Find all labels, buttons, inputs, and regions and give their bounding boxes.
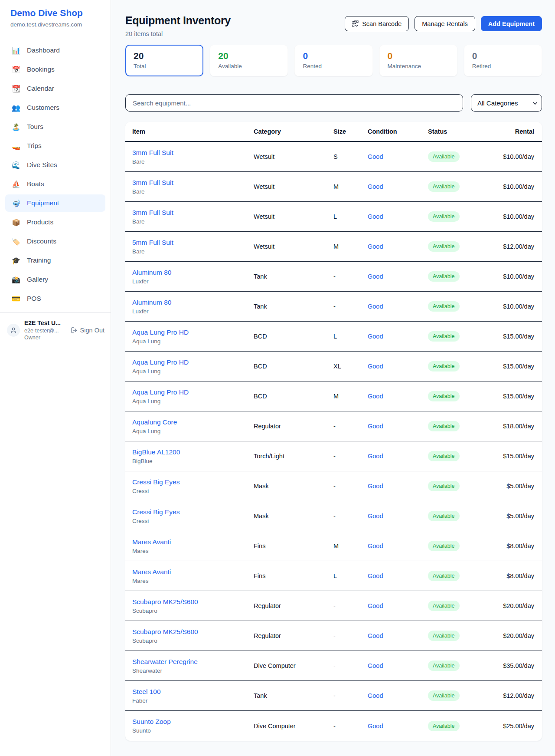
sign-out-button[interactable]: Sign Out — [71, 327, 104, 334]
item-name-link[interactable]: 5mm Full Suit — [132, 239, 254, 247]
condition-link[interactable]: Good — [368, 632, 428, 639]
main-content: Equipment Inventory 20 items total Scan … — [111, 0, 555, 741]
condition-link[interactable]: Good — [368, 602, 428, 609]
stat-card-maintenance[interactable]: 0 Maintenance — [379, 45, 457, 76]
item-name-link[interactable]: 3mm Full Suit — [132, 179, 254, 187]
stat-card-available[interactable]: 20 Available — [210, 45, 288, 76]
add-equipment-button[interactable]: Add Equipment — [481, 16, 542, 31]
item-name-link[interactable]: Mares Avanti — [132, 538, 254, 546]
item-cell: Cressi Big Eyes Cressi — [132, 478, 254, 494]
condition-link[interactable]: Good — [368, 723, 428, 730]
item-name-link[interactable]: Steel 100 — [132, 688, 254, 696]
item-brand: Bare — [132, 248, 254, 255]
category-cell: Fins — [254, 542, 333, 549]
manage-rentals-button[interactable]: Manage Rentals — [415, 16, 475, 31]
products-icon: 📦 — [11, 218, 21, 227]
status-badge: Available — [428, 541, 460, 551]
item-name-link[interactable]: Shearwater Peregrine — [132, 658, 254, 666]
category-cell: BCD — [254, 363, 333, 370]
sidebar-item-dive-sites[interactable]: 🌊 Dive Sites — [5, 156, 105, 174]
size-cell: M — [333, 393, 368, 400]
status-badge: Available — [428, 601, 460, 611]
size-cell: - — [333, 483, 368, 490]
condition-link[interactable]: Good — [368, 183, 428, 190]
gallery-icon: 📸 — [11, 276, 21, 284]
item-name-link[interactable]: Aluminum 80 — [132, 299, 254, 306]
sidebar-item-products[interactable]: 📦 Products — [5, 214, 105, 231]
scan-barcode-button[interactable]: Scan Barcode — [345, 16, 409, 31]
sidebar-item-equipment[interactable]: 🤿 Equipment — [5, 194, 105, 212]
item-name-link[interactable]: Aqualung Core — [132, 418, 254, 426]
item-name-link[interactable]: Aqua Lung Pro HD — [132, 358, 254, 366]
condition-link[interactable]: Good — [368, 483, 428, 490]
stat-card-total[interactable]: 20 Total — [125, 45, 203, 76]
sign-out-label: Sign Out — [80, 327, 104, 334]
dive-sites-icon: 🌊 — [11, 161, 21, 169]
discounts-icon: 🏷️ — [11, 237, 21, 246]
scan-barcode-label: Scan Barcode — [362, 20, 402, 27]
rental-cell: $8.00/day — [480, 542, 534, 549]
item-cell: Suunto Zoop Suunto — [132, 718, 254, 734]
item-name-link[interactable]: 3mm Full Suit — [132, 209, 254, 217]
condition-link[interactable]: Good — [368, 423, 428, 430]
condition-link[interactable]: Good — [368, 153, 428, 160]
condition-link[interactable]: Good — [368, 453, 428, 460]
condition-link[interactable]: Good — [368, 542, 428, 549]
item-cell: Aluminum 80 Luxfer — [132, 269, 254, 285]
brand-name[interactable]: Demo Dive Shop — [10, 8, 100, 18]
rental-cell: $25.00/day — [480, 723, 534, 730]
item-brand: Suunto — [132, 727, 254, 734]
item-name-link[interactable]: Suunto Zoop — [132, 718, 254, 726]
sidebar-item-calendar[interactable]: 📆 Calendar — [5, 80, 105, 97]
stat-card-rented[interactable]: 0 Rented — [294, 45, 372, 76]
sidebar-item-pos[interactable]: 💳 POS — [5, 290, 105, 307]
stat-card-retired[interactable]: 0 Retired — [464, 45, 542, 76]
sidebar-item-customers[interactable]: 👥 Customers — [5, 99, 105, 116]
status-cell: Available — [428, 241, 480, 252]
condition-link[interactable]: Good — [368, 662, 428, 669]
item-name-link[interactable]: Cressi Big Eyes — [132, 478, 254, 486]
item-name-link[interactable]: Mares Avanti — [132, 568, 254, 576]
condition-link[interactable]: Good — [368, 333, 428, 340]
item-name-link[interactable]: 3mm Full Suit — [132, 149, 254, 157]
item-name-link[interactable]: Cressi Big Eyes — [132, 508, 254, 516]
condition-link[interactable]: Good — [368, 513, 428, 519]
sidebar-item-boats[interactable]: ⛵ Boats — [5, 175, 105, 193]
condition-link[interactable]: Good — [368, 572, 428, 579]
user-name: E2E Test U... — [24, 319, 66, 326]
sidebar-item-trips[interactable]: 🚤 Trips — [5, 137, 105, 154]
table-row: Shearwater Peregrine Shearwater Dive Com… — [125, 651, 542, 681]
item-name-link[interactable]: Scubapro MK25/S600 — [132, 598, 254, 606]
sidebar-item-bookings[interactable]: 📅 Bookings — [5, 61, 105, 78]
size-cell: M — [333, 243, 368, 250]
status-cell: Available — [428, 481, 480, 491]
item-name-link[interactable]: Aqua Lung Pro HD — [132, 388, 254, 396]
item-name-link[interactable]: Aqua Lung Pro HD — [132, 329, 254, 336]
status-badge: Available — [428, 631, 460, 641]
category-select[interactable]: All Categories — [471, 94, 542, 112]
status-cell: Available — [428, 391, 480, 401]
item-brand: Aqua Lung — [132, 428, 254, 434]
sidebar-item-training[interactable]: 🎓 Training — [5, 252, 105, 269]
condition-link[interactable]: Good — [368, 243, 428, 250]
condition-link[interactable]: Good — [368, 692, 428, 699]
sidebar-item-tours[interactable]: 🏝️ Tours — [5, 118, 105, 135]
item-name-link[interactable]: BigBlue AL1200 — [132, 448, 254, 456]
item-cell: Aqua Lung Pro HD Aqua Lung — [132, 358, 254, 375]
condition-link[interactable]: Good — [368, 273, 428, 280]
condition-link[interactable]: Good — [368, 363, 428, 370]
table-row: 3mm Full Suit Bare Wetsuit L Good Availa… — [125, 202, 542, 232]
item-name-link[interactable]: Aluminum 80 — [132, 269, 254, 276]
condition-link[interactable]: Good — [368, 213, 428, 220]
item-name-link[interactable]: Scubapro MK25/S600 — [132, 628, 254, 636]
user-info: E2E Test U... e2e-tester@... Owner — [24, 319, 66, 342]
condition-link[interactable]: Good — [368, 303, 428, 310]
rental-cell: $5.00/day — [480, 483, 534, 490]
search-input[interactable] — [125, 94, 463, 112]
size-cell: L — [333, 213, 368, 220]
sidebar-item-discounts[interactable]: 🏷️ Discounts — [5, 233, 105, 250]
sidebar-item-dashboard[interactable]: 📊 Dashboard — [5, 42, 105, 59]
sidebar-item-gallery[interactable]: 📸 Gallery — [5, 271, 105, 288]
item-brand: Bare — [132, 188, 254, 195]
condition-link[interactable]: Good — [368, 393, 428, 400]
